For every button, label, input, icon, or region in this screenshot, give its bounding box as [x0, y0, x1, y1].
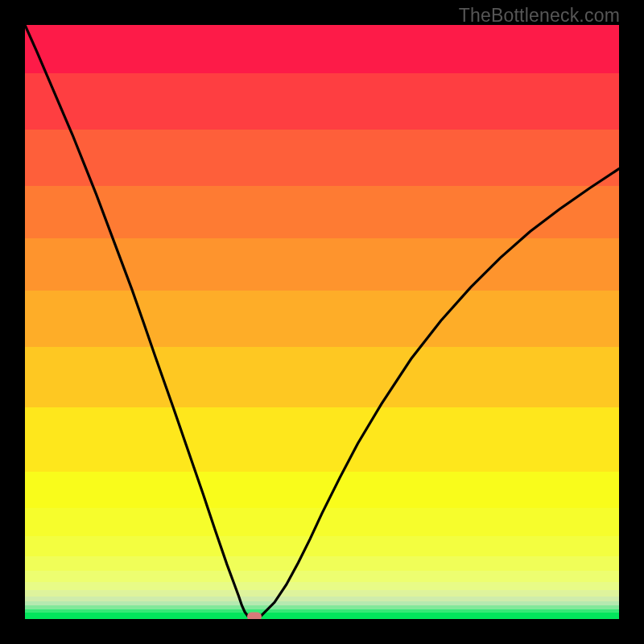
chart-plot-area — [25, 25, 619, 619]
bottleneck-curve — [25, 25, 619, 619]
watermark-text: TheBottleneck.com — [459, 5, 620, 27]
minimum-marker — [247, 613, 262, 620]
chart-curve-layer — [25, 25, 619, 619]
